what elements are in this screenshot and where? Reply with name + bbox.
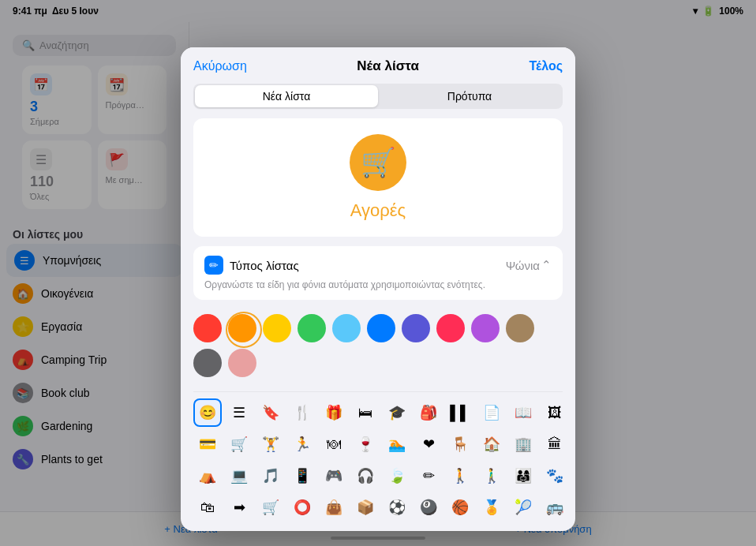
icon-cell-47[interactable]: 🚌	[541, 493, 569, 522]
modal-title: Νέα λίστα	[357, 58, 419, 74]
new-list-modal: Ακύρωση Νέα λίστα Τέλος Νέα λίστα Πρότυπ…	[181, 47, 575, 531]
icon-cell-9[interactable]: 📄	[477, 398, 506, 427]
color-blue[interactable]	[367, 314, 395, 342]
type-value[interactable]: Ψώνια ⌃	[506, 258, 552, 272]
icon-cell-17[interactable]: 🍷	[351, 430, 380, 458]
icon-cell-1[interactable]: ☰	[225, 398, 253, 427]
icon-cell-7[interactable]: 🎒	[414, 398, 443, 427]
home-indicator	[331, 537, 425, 540]
icon-cell-4[interactable]: 🎁	[320, 398, 348, 427]
icon-grid: 😊☰🔖🍴🎁🛏🎓🎒▌▌📄📖🖼💳🛒🏋🏃🍽🍷🏊❤🪑🏠🏢🏛⛺💻🎵📱🎮🎧🍃✏🚶🚶‍♂👨‍👩…	[193, 398, 563, 522]
icon-cell-14[interactable]: 🏋	[256, 430, 285, 458]
icon-cell-18[interactable]: 🏊	[383, 430, 411, 458]
icon-cell-8[interactable]: ▌▌	[446, 398, 474, 427]
icon-cell-43[interactable]: 🎱	[414, 493, 443, 522]
icon-cell-12[interactable]: 💳	[193, 430, 222, 458]
color-purple[interactable]	[471, 314, 500, 342]
color-yellow[interactable]	[263, 314, 291, 342]
cart-icon: 🛒	[361, 146, 396, 179]
modal-overlay: Ακύρωση Νέα λίστα Τέλος Νέα λίστα Πρότυπ…	[0, 0, 756, 546]
icon-cell-21[interactable]: 🏠	[477, 430, 506, 458]
icon-cell-29[interactable]: 🎧	[351, 462, 380, 490]
icon-cell-5[interactable]: 🛏	[351, 398, 380, 427]
color-orange[interactable]	[228, 314, 256, 342]
icon-cell-3[interactable]: 🍴	[288, 398, 316, 427]
icon-cell-2[interactable]: 🔖	[256, 398, 285, 427]
icon-cell-35[interactable]: 🐾	[541, 462, 569, 490]
color-pink[interactable]	[436, 314, 465, 342]
type-hint: Οργανώστε τα είδη για φόνια αυτόματα χρη…	[204, 279, 552, 290]
icon-cell-24[interactable]: ⛺	[193, 462, 222, 490]
icon-cell-44[interactable]: 🏀	[446, 493, 474, 522]
icon-cell-34[interactable]: 👨‍👩‍👧	[509, 462, 537, 490]
icon-cell-11[interactable]: 🖼	[541, 398, 569, 427]
icon-cell-41[interactable]: 📦	[351, 493, 380, 522]
icon-cell-45[interactable]: 🏅	[477, 493, 506, 522]
divider	[193, 391, 563, 392]
icon-cell-31[interactable]: ✏	[414, 462, 443, 490]
icon-cell-23[interactable]: 🏛	[541, 430, 569, 458]
icon-cell-0[interactable]: 😊	[193, 398, 222, 427]
color-lightpink[interactable]	[228, 349, 256, 377]
color-gray[interactable]	[193, 349, 222, 377]
icon-cell-19[interactable]: ❤	[414, 430, 443, 458]
done-button[interactable]: Τέλος	[529, 59, 563, 73]
list-name-input[interactable]	[209, 200, 547, 221]
modal-header: Ακύρωση Νέα λίστα Τέλος	[181, 47, 575, 74]
icon-cell-27[interactable]: 📱	[288, 462, 316, 490]
icon-cell-13[interactable]: 🛒	[225, 430, 253, 458]
icon-cell-33[interactable]: 🚶‍♂	[477, 462, 506, 490]
modal-body: 🛒 ✏ Τύπος λίστας Ψώνια ⌃ Οργανώστε τα εί	[181, 109, 575, 531]
icon-cell-10[interactable]: 📖	[509, 398, 537, 427]
type-section: ✏ Τύπος λίστας Ψώνια ⌃ Οργανώστε τα είδη…	[193, 246, 563, 300]
icon-cell-16[interactable]: 🍽	[320, 430, 348, 458]
cancel-button[interactable]: Ακύρωση	[193, 59, 247, 73]
icon-cell-28[interactable]: 🎮	[320, 462, 348, 490]
color-red[interactable]	[193, 314, 222, 342]
icon-cell-40[interactable]: 👜	[320, 493, 348, 522]
color-brown[interactable]	[506, 314, 534, 342]
tab-new-list[interactable]: Νέα λίστα	[195, 85, 378, 107]
icon-cell-39[interactable]: ⭕	[288, 493, 316, 522]
color-picker	[193, 306, 563, 385]
chevron-icon: ⌃	[541, 258, 552, 272]
icon-cell-32[interactable]: 🚶	[446, 462, 474, 490]
icon-cell-42[interactable]: ⚽	[383, 493, 411, 522]
icon-cell-22[interactable]: 🏢	[509, 430, 537, 458]
type-label: Τύπος λίστας	[230, 259, 299, 272]
icon-cell-38[interactable]: 🛒	[256, 493, 285, 522]
icon-cell-6[interactable]: 🎓	[383, 398, 411, 427]
tab-templates[interactable]: Πρότυπα	[378, 85, 561, 107]
icon-cell-36[interactable]: 🛍	[193, 493, 222, 522]
color-teal[interactable]	[332, 314, 361, 342]
icon-cell-15[interactable]: 🏃	[288, 430, 316, 458]
list-big-icon[interactable]: 🛒	[350, 134, 406, 191]
icon-name-area: 🛒	[193, 118, 563, 237]
icon-cell-20[interactable]: 🪑	[446, 430, 474, 458]
icon-cell-26[interactable]: 🎵	[256, 462, 285, 490]
list-type-icon: ✏	[204, 256, 223, 275]
icon-cell-25[interactable]: 💻	[225, 462, 253, 490]
icon-cell-46[interactable]: 🎾	[509, 493, 537, 522]
modal-tabs: Νέα λίστα Πρότυπα	[193, 84, 563, 109]
color-indigo[interactable]	[402, 314, 430, 342]
icon-cell-30[interactable]: 🍃	[383, 462, 411, 490]
icon-cell-37[interactable]: ➡	[225, 493, 253, 522]
color-green[interactable]	[298, 314, 326, 342]
